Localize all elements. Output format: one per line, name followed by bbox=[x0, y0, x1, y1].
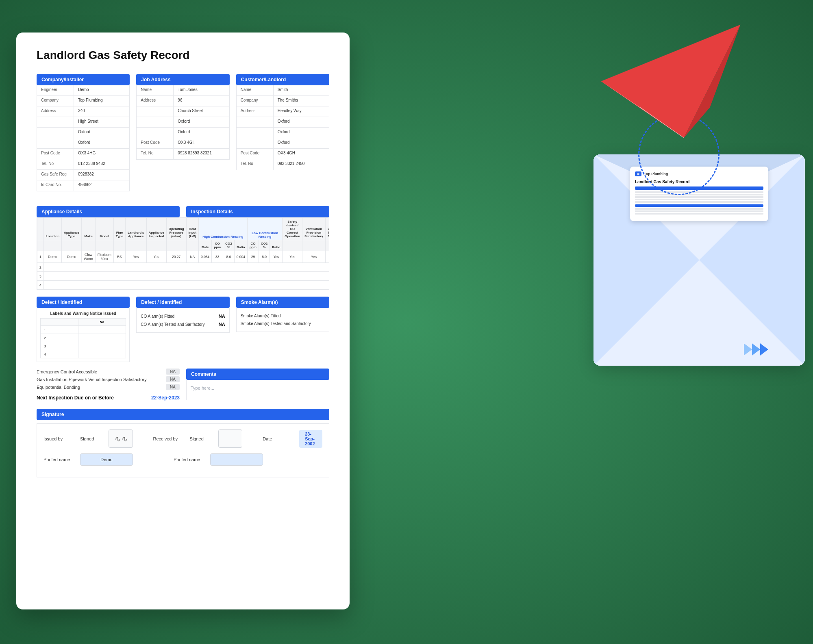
sub-col-rate: Rate bbox=[199, 240, 212, 251]
idcard-row: Id Card No. 456662 bbox=[37, 180, 129, 191]
comments-box[interactable]: Type here... bbox=[186, 380, 329, 400]
address-label: Address bbox=[37, 106, 74, 117]
appliance-table-wrapper: Location Appliance Type Make Model Flue … bbox=[37, 217, 329, 290]
address-row-3: Oxford bbox=[37, 128, 129, 138]
co-alarm-tested-row: CO Alarm(s) Tested and Sarifactory NA bbox=[141, 320, 225, 328]
mini-line-6 bbox=[635, 208, 763, 210]
cust-addr-label-3 bbox=[237, 128, 273, 138]
job-postcode-value: OX3 4GH bbox=[173, 138, 229, 148]
job-addr-value-4: Oxford bbox=[173, 128, 229, 138]
document-title: Landlord Gas Safety Record bbox=[37, 49, 329, 62]
row1-landlord: Yes bbox=[125, 251, 146, 263]
comments-placeholder: Type here... bbox=[191, 386, 214, 390]
cust-addr-value-4: Oxford bbox=[273, 138, 329, 148]
comments-col: Comments Type here... bbox=[186, 369, 329, 402]
row1-co2-h: 8.0 bbox=[223, 251, 234, 263]
comments-header: Comments bbox=[186, 369, 329, 380]
appliance-details-header: Appliance Details bbox=[37, 206, 180, 217]
paper-plane-decoration bbox=[593, 20, 748, 142]
issued-by-row: Issued by Signed ∿∿ Received by Signed D… bbox=[43, 429, 322, 448]
address-value-2: High Street bbox=[74, 117, 129, 127]
smoke-alarm-section: Smoke Alarm(s) Smoke Alarm(s) Fitted Smo… bbox=[236, 297, 329, 362]
sub-col-pressure bbox=[166, 240, 186, 251]
cust-telno-label: Tel. No bbox=[237, 159, 273, 170]
main-document-card: Landlord Gas Safety Record Company/Insta… bbox=[16, 33, 350, 609]
bottom-section: Emergency Control Accessible NA Gas Inst… bbox=[37, 369, 329, 402]
col-model: Model bbox=[95, 218, 113, 240]
pipework-row: Gas Installation Pipework Visual Inspect… bbox=[37, 376, 180, 382]
col-flue-type: Flue Type bbox=[113, 218, 125, 240]
job-addr-label-4 bbox=[137, 128, 173, 138]
mini-line-4 bbox=[635, 199, 763, 200]
bottom-fields-col: Emergency Control Accessible NA Gas Inst… bbox=[37, 369, 180, 402]
company-installer-grid: Engineer Demo Company Top Plumbing Addre… bbox=[37, 85, 130, 191]
address-row-4: Oxford bbox=[37, 138, 129, 149]
cust-telno-value: 092 3321 2450 bbox=[273, 159, 329, 170]
sub-col-ratio-l: Ratio bbox=[270, 240, 283, 251]
row1-co-ppm-h: 33 bbox=[212, 251, 223, 263]
next-inspection-row: Next Inspection Due on or Before 22-Sep-… bbox=[37, 395, 180, 401]
next-inspection-label: Next Inspection Due on or Before bbox=[37, 395, 114, 401]
sub-col-vent bbox=[302, 240, 326, 251]
svg-marker-5 bbox=[752, 343, 760, 356]
address-row-2: High Street bbox=[37, 117, 129, 128]
postcode-row: Post Code OX3 4HG bbox=[37, 149, 129, 159]
signature-drawing: ∿∿ bbox=[114, 434, 128, 444]
co-alarm-tested-label: CO Alarm(s) Tested and Sarifactory bbox=[141, 322, 204, 327]
smoke-alarm-header: Smoke Alarm(s) bbox=[236, 297, 329, 308]
row3-num: 3 bbox=[37, 272, 44, 281]
idcard-label: Id Card No. bbox=[37, 180, 74, 191]
defect-left-header: Defect / Identified bbox=[37, 297, 130, 308]
engineer-label: Engineer bbox=[37, 85, 74, 95]
received-printed-name bbox=[210, 453, 263, 466]
date-value: 23-Sep-2002 bbox=[299, 430, 322, 448]
mini-logo: ⊞ bbox=[635, 171, 641, 176]
col-flue-inspection: Inspection of Flue and Termination Satis… bbox=[325, 218, 329, 240]
address-label-4 bbox=[37, 138, 74, 148]
bonding-label: Equipotential Bonding bbox=[37, 385, 80, 390]
signature-section-wrapper: Signature Issued by Signed ∿∿ Received b… bbox=[37, 409, 329, 477]
row1-inspected: Yes bbox=[146, 251, 166, 263]
sub-col-co-ppm-l: CO ppm bbox=[247, 240, 259, 251]
customer-landlord-section: Customer/Landlord Name Smith Company The… bbox=[236, 74, 329, 199]
co-alarm-fitted-row: CO Alarm(s) Fitted NA bbox=[141, 312, 225, 320]
telno-row: Tel. No 012 2388 9482 bbox=[37, 159, 129, 170]
col-safety-device: Safety device / CO Correct Operation bbox=[283, 218, 302, 240]
job-addr-value-2: Church Street bbox=[173, 106, 229, 117]
address-label-2 bbox=[37, 117, 74, 127]
issued-by-label: Issued by bbox=[43, 436, 72, 441]
cust-postcode-label: Post Code bbox=[237, 149, 273, 159]
job-addr-row-4: Oxford bbox=[137, 128, 229, 138]
company-value: Top Plumbing bbox=[74, 96, 129, 106]
col-num bbox=[37, 218, 44, 240]
mini-line-2 bbox=[635, 194, 763, 195]
sub-col-location bbox=[43, 240, 61, 251]
telno-label: Tel. No bbox=[37, 159, 74, 169]
address-value-1: 340 bbox=[74, 106, 129, 117]
row1-co2-l: 8.0 bbox=[259, 251, 270, 263]
emergency-control-label: Emergency Control Accessible bbox=[37, 369, 97, 374]
postcode-value: OX3 4HG bbox=[74, 149, 129, 159]
gassafe-row: Gas Safe Reg 0928382 bbox=[37, 170, 129, 180]
postcode-label: Post Code bbox=[37, 149, 74, 159]
defect-left-row-2: 2 bbox=[41, 334, 126, 342]
date-label: Date bbox=[263, 436, 291, 441]
cust-telno-row: Tel. No 092 3321 2450 bbox=[237, 159, 329, 170]
job-postcode-label: Post Code bbox=[137, 138, 173, 148]
row2-num: 2 bbox=[37, 263, 44, 272]
customer-landlord-header: Customer/Landlord bbox=[236, 74, 329, 85]
job-telno-row: Tel. No 0928 82893 82321 bbox=[137, 149, 229, 159]
row1-type: Demo bbox=[62, 251, 82, 263]
cust-name-row: Name Smith bbox=[237, 85, 329, 96]
row1-ratio-h: 0.004 bbox=[234, 251, 247, 263]
col-low-combustion: Low Combustion Reading bbox=[247, 218, 282, 240]
job-addr-value-3: Oxford bbox=[173, 117, 229, 127]
mini-gray-lines-1 bbox=[635, 191, 763, 203]
cust-addr-label: Address bbox=[237, 106, 273, 117]
sub-col-safety bbox=[283, 240, 302, 251]
col-landlord-appliance: Landlord's Appliance bbox=[125, 218, 146, 240]
defect-middle-section: Defect / Identified CO Alarm(s) Fitted N… bbox=[136, 297, 229, 362]
sub-col-ratio-h: Ratio bbox=[234, 240, 247, 251]
mini-blue-bar-2 bbox=[635, 204, 763, 207]
appliance-row-4: 4 bbox=[37, 281, 330, 290]
